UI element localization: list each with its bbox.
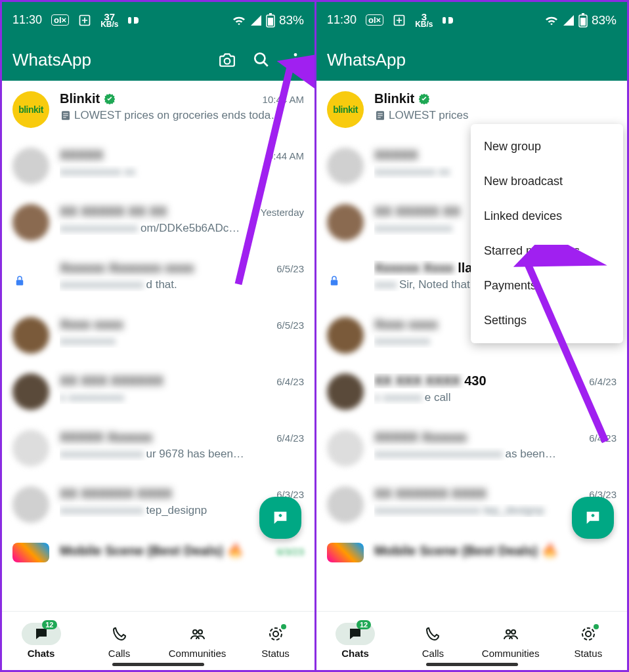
screenshot-icon [78,14,91,27]
nav-label: Calls [108,648,130,659]
data-rate: 37KB/s [100,12,118,28]
nav-chats[interactable]: 12 Chats [2,612,80,670]
status-icon [268,626,284,642]
app-title: WhatsApp [12,50,219,70]
chat-row[interactable]: Xxxxxx Xxxxxxx xxxx6/5/23 xxxxxxxxxxxxxx… [2,250,314,306]
avatar[interactable] [12,204,49,241]
verified-icon [418,93,430,105]
avatar[interactable] [12,486,49,523]
avatar[interactable] [327,486,364,523]
chat-time: 6/5/23 [276,263,304,274]
new-chat-icon [584,509,602,527]
nav-status[interactable]: Status [550,612,627,670]
chat-row[interactable]: Xxxx xxxx6/5/23 xxxxxxxxxx [2,306,314,363]
chat-name: Xxxxxx Xxxxxxx xxxx [60,261,194,276]
more-icon[interactable] [287,51,304,68]
chat-name: XX XXXXX XX XX [60,204,167,219]
avatar[interactable] [12,543,49,562]
nav-calls[interactable]: Calls [80,612,158,670]
svg-rect-19 [582,13,584,15]
avatar[interactable] [12,148,49,184]
menu-new-broadcast[interactable]: New broadcast [471,164,623,199]
menu-new-group[interactable]: New group [471,129,623,164]
avatar[interactable] [12,430,49,467]
nav-communities[interactable]: Communities [158,612,236,670]
svg-point-6 [294,53,297,56]
communities-icon [190,626,206,642]
avatar[interactable] [327,317,364,354]
chat-name: Xxxx xxxx [60,317,123,332]
battery-icon [578,13,588,28]
svg-rect-20 [580,18,586,26]
chat-list[interactable]: blinkit Blinkit LOWEST prices XXXXXxxxxx… [316,81,627,611]
menu-starred-messages[interactable]: Starred messages [471,234,623,268]
avatar[interactable] [327,430,364,467]
svg-point-7 [294,58,297,62]
avatar[interactable] [12,317,49,354]
chat-preview: xxxxxxxxxx [60,335,304,348]
new-chat-fab[interactable] [259,497,301,539]
chat-preview: xxxxxxxxxxxxxxom/DDKe5b6ADc… [60,222,304,235]
avatar[interactable] [327,543,364,562]
signal-icon [250,14,262,26]
nav-label: Chats [341,648,369,659]
avatar[interactable] [327,373,364,410]
chat-row[interactable]: XXXXX9:44 AM xxxxxxxxxxx xx [2,137,314,194]
chat-list[interactable]: blinkit Blinkit 10:44 AM LOWEST prices o… [2,81,314,611]
svg-rect-4 [268,18,273,26]
chat-row[interactable]: XXXXX Xxxxxx6/4/23 xxxxxxxxxxxxxxxxxxxxx… [316,419,627,476]
nav-label: Status [261,648,290,659]
camera-icon[interactable] [219,51,236,68]
chat-name: XXXXX [60,148,104,163]
nav-label: Status [575,648,603,659]
app-title: WhatsApp [327,50,617,70]
svg-point-12 [198,630,202,634]
verified-icon [104,93,116,105]
svg-rect-10 [16,280,24,285]
svg-point-26 [586,631,591,637]
avatar[interactable]: blinkit [327,91,364,128]
chat-row-blinkit[interactable]: blinkit Blinkit 10:44 AM LOWEST prices o… [2,81,314,137]
nav-communities[interactable]: Communities [472,612,550,670]
olx-icon: ol× [51,14,69,26]
nav-calls[interactable]: Calls [394,612,471,670]
document-icon [374,110,386,121]
chat-preview: x xxxxxxxe call [374,391,617,404]
chat-time: 6/4/23 [589,376,617,387]
chats-badge: 12 [42,620,56,629]
document-icon [60,110,72,121]
avatar[interactable] [327,204,364,241]
avatar[interactable]: blinkit [12,91,49,128]
chat-row[interactable]: XX XXX XXXX4306/4/23 x xxxxxxxe call [316,363,627,419]
status-time: 11:30 [327,13,357,27]
chat-time: 6/3/23 [276,546,304,557]
gesture-bar [112,663,204,666]
status-dot [281,624,286,629]
gesture-bar [426,663,518,666]
chat-row[interactable]: XX XXXXX XX XXYesterday xxxxxxxxxxxxxxom… [2,194,314,250]
nav-chats[interactable]: 12 Chats [316,612,394,670]
avatar[interactable] [12,373,49,410]
chat-time: Yesterday [261,207,304,218]
chat-preview: xxxxxxxxxxxxxxxd that. [60,278,304,291]
menu-payments[interactable]: Payments [471,268,623,303]
nav-status[interactable]: Status [236,612,314,670]
chat-row[interactable]: XXXXX Xxxxxx6/4/23 xxxxxxxxxxxxxxxur 967… [2,419,314,476]
nav-label: Calls [422,648,444,659]
chats-badge: 12 [357,620,371,629]
signal-icon [563,14,575,26]
svg-rect-17 [443,17,446,24]
status-bar: 11:30 ol× 3KB/s 83% [316,2,627,39]
avatar[interactable] [327,148,364,184]
status-dot [594,624,599,629]
screenshot-icon [393,14,406,27]
menu-linked-devices[interactable]: Linked devices [471,199,623,234]
new-chat-fab[interactable] [572,497,614,539]
chat-time: 6/5/23 [276,320,304,331]
chat-name: XX XXXXXX XXXX [60,486,172,501]
chat-name: XX XXX XXXX430 [374,373,487,388]
chat-row[interactable]: XX XXX XXXXXX6/4/23 x xxxxxxxxxx [2,363,314,419]
menu-settings[interactable]: Settings [471,303,623,338]
app-bar: WhatsApp [316,39,627,81]
search-icon[interactable] [253,51,270,68]
